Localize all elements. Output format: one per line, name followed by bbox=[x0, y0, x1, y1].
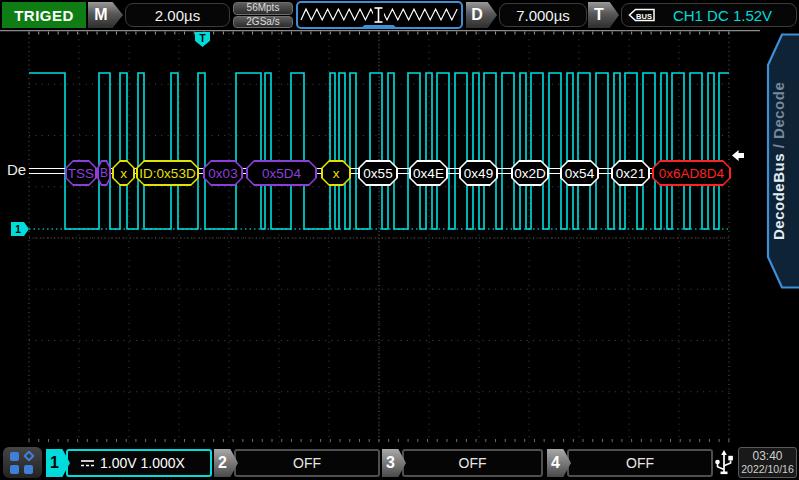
bus-icon: BUS bbox=[628, 8, 655, 22]
channel-3-info: OFF bbox=[459, 455, 487, 471]
decode-segment: B bbox=[97, 160, 111, 186]
top-status-bar: TRIGED M 2.00µs 56Mpts 2GSa/s D 7.000µs … bbox=[0, 0, 799, 30]
preview-zigzag bbox=[298, 3, 461, 27]
decode-segment: 0x54 bbox=[560, 160, 599, 186]
decode-segment: 0x55 bbox=[358, 160, 398, 186]
trigger-menu-button[interactable]: T bbox=[588, 2, 619, 28]
decode-menu-tab[interactable]: DecodeBus / Decode bbox=[770, 45, 796, 277]
decode-bus-label: De bbox=[7, 161, 26, 178]
channel-3-settings[interactable]: OFF bbox=[402, 449, 543, 477]
channel-4-settings[interactable]: OFF bbox=[567, 449, 713, 477]
trigger-info: CH1 DC 1.52V bbox=[655, 7, 790, 24]
decode-segment: x bbox=[112, 160, 135, 186]
decode-segment: 0x21 bbox=[611, 160, 650, 186]
graticule-waveform-layer bbox=[0, 0, 799, 480]
apps-diamond-icon bbox=[23, 450, 34, 461]
channel-1-settings[interactable]: 1.00V 1.000X bbox=[66, 449, 212, 477]
decode-segment: 0x2D bbox=[511, 160, 549, 186]
trigger-status-badge: TRIGED bbox=[2, 2, 86, 28]
channel-4-info: OFF bbox=[626, 455, 654, 471]
dc-coupling-icon bbox=[80, 457, 95, 469]
preview-trigger-notch bbox=[360, 25, 398, 29]
oscilloscope-screen: TRIGED M 2.00µs 56Mpts 2GSa/s D 7.000µs … bbox=[0, 0, 799, 480]
svg-text:BUS: BUS bbox=[636, 12, 652, 21]
channel-2-settings[interactable]: OFF bbox=[234, 449, 380, 477]
status-date: 2022/10/16 bbox=[741, 463, 794, 475]
channel-2-info: OFF bbox=[293, 455, 321, 471]
usb-icon bbox=[712, 448, 736, 477]
decode-segment: 0x4E bbox=[409, 160, 448, 186]
trigger-settings-box[interactable]: BUS CH1 DC 1.52V bbox=[621, 3, 797, 27]
sample-rate-badge: 2GSa/s bbox=[233, 16, 293, 29]
channel-1-info: 1.00V 1.000X bbox=[100, 455, 185, 471]
timebase-value[interactable]: 2.00µs bbox=[125, 3, 230, 27]
decode-segment: x bbox=[321, 160, 351, 186]
delay-menu-button[interactable]: D bbox=[466, 2, 497, 28]
decode-segment: 0x49 bbox=[459, 160, 498, 186]
waveform-preview[interactable] bbox=[296, 1, 463, 29]
decode-segment: TSS bbox=[65, 160, 97, 186]
decode-segment: 0x5D4 bbox=[246, 160, 317, 186]
timebase-menu-button[interactable]: M bbox=[88, 2, 123, 28]
menu-apps-button[interactable] bbox=[3, 447, 42, 478]
bottom-status-bar: 1.00V 1.000X 1 OFF 2 OFF 3 OFF 4 bbox=[0, 445, 799, 480]
side-tab-secondary-label: Decode bbox=[770, 82, 787, 139]
clock-box: 03:40 2022/10/16 bbox=[738, 447, 797, 478]
decode-segment: 0x6AD8D4 bbox=[652, 160, 731, 186]
memory-depth-badge: 56Mpts bbox=[233, 2, 293, 15]
decode-segment: ID:0x53D bbox=[136, 160, 199, 186]
side-tab-primary-label: DecodeBus bbox=[770, 153, 787, 240]
decode-segment: 0x03 bbox=[203, 160, 243, 186]
delay-value[interactable]: 7.000µs bbox=[499, 3, 587, 27]
apps-icon bbox=[10, 452, 19, 461]
status-time: 03:40 bbox=[752, 450, 782, 464]
